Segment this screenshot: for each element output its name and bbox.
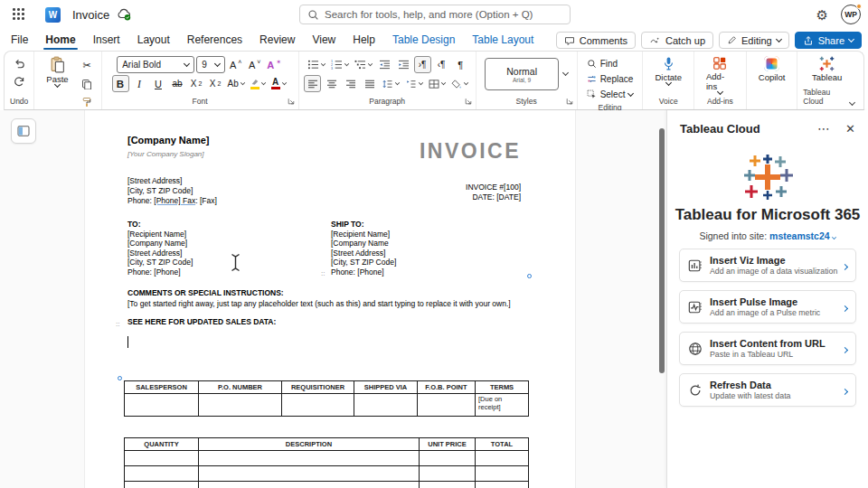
style-gallery-expand-icon[interactable]	[562, 70, 569, 76]
find-button[interactable]: Find	[587, 57, 618, 70]
sales-data-heading[interactable]: SEE HERE FOR UPDATED SALES DATA:	[127, 317, 276, 327]
table-cell[interactable]	[125, 394, 199, 417]
tab-view[interactable]: View	[312, 29, 335, 51]
superscript-button[interactable]: X2	[207, 75, 224, 92]
to-company[interactable]: [Company Name]	[127, 239, 187, 249]
replace-button[interactable]: Replace	[587, 72, 634, 86]
cloud-saved-icon[interactable]	[117, 8, 132, 21]
borders-button[interactable]	[427, 75, 448, 92]
format-painter-button[interactable]	[79, 93, 96, 110]
styles-dialog-launcher[interactable]	[566, 98, 573, 105]
ship-to-label[interactable]: SHIP TO:	[331, 220, 364, 230]
comments-button[interactable]: Comments	[556, 32, 636, 49]
bullet-list-button[interactable]	[306, 56, 327, 73]
insert-pulse-image-card[interactable]: Insert Pulse Image Add an image of a Pul…	[679, 290, 856, 324]
company-name-placeholder[interactable]: [Company Name]	[127, 136, 209, 145]
decrease-indent-button[interactable]	[376, 56, 393, 73]
multilevel-list-button[interactable]	[353, 56, 374, 73]
catch-up-button[interactable]: Catch up	[641, 32, 713, 49]
add-ins-button[interactable]: Add-ins	[700, 55, 741, 95]
city-state-zip[interactable]: [City, ST ZIP Code]	[127, 186, 193, 196]
table-cell[interactable]	[418, 394, 476, 417]
terms-cell[interactable]: [Due on receipt]	[476, 394, 529, 417]
shading-button[interactable]	[449, 75, 470, 92]
paragraph-spacing-button[interactable]	[403, 75, 425, 92]
table-cell[interactable]	[476, 451, 529, 466]
table-cell[interactable]	[199, 466, 420, 482]
settings-gear-icon[interactable]: ⚙	[816, 8, 828, 22]
ship-street[interactable]: [Street Address]	[331, 249, 385, 258]
word-logo-icon[interactable]: W	[45, 7, 61, 23]
align-left-button[interactable]	[304, 75, 321, 92]
tab-review[interactable]: Review	[259, 29, 295, 51]
table-cell[interactable]	[476, 466, 529, 482]
grow-font-button[interactable]: A˄	[227, 56, 244, 73]
phone-fax-line[interactable]: Phone: [Phone] Fax: [Fax]	[127, 196, 217, 206]
justify-button[interactable]	[361, 75, 378, 92]
company-slogan-placeholder[interactable]: [Your Company Slogan]	[127, 150, 204, 160]
to-label[interactable]: TO:	[127, 220, 140, 230]
table-cell[interactable]	[199, 394, 282, 417]
vertical-scrollbar[interactable]	[659, 128, 665, 373]
table-cell[interactable]	[199, 451, 420, 466]
text-effects-button[interactable]: A✶	[265, 56, 283, 73]
clear-formatting-button[interactable]: Ab	[226, 75, 247, 92]
tab-file[interactable]: File	[11, 29, 28, 51]
document-title[interactable]: Invoice	[72, 8, 109, 22]
more-options-icon[interactable]: ⋯	[817, 121, 831, 136]
street-address[interactable]: [Street Address]	[127, 176, 182, 186]
font-size-combobox[interactable]: 9	[196, 56, 225, 73]
bold-button[interactable]: B	[112, 75, 129, 92]
copilot-button[interactable]: Copilot	[752, 55, 792, 83]
table-cell[interactable]	[199, 482, 420, 488]
shrink-font-button[interactable]: A˅	[246, 56, 263, 73]
invoice-heading[interactable]: INVOICE	[420, 139, 521, 164]
app-launcher-icon[interactable]	[9, 5, 29, 24]
tab-layout[interactable]: Layout	[137, 29, 170, 51]
table-cell[interactable]	[125, 482, 199, 488]
numbered-list-button[interactable]: 123	[329, 56, 351, 73]
refresh-data-card[interactable]: Refresh Data Update with latest data	[679, 373, 856, 407]
to-street[interactable]: [Street Address]	[127, 249, 182, 258]
site-dropdown[interactable]: msteamstc24	[769, 230, 836, 241]
cut-button[interactable]: ✂	[79, 57, 96, 74]
italic-button[interactable]: I	[131, 75, 148, 92]
table-cell[interactable]	[420, 466, 476, 482]
table-cell[interactable]	[476, 482, 529, 488]
invoice-number[interactable]: INVOICE #[100]	[466, 183, 521, 192]
line-spacing-button[interactable]	[380, 75, 401, 92]
table-cell[interactable]	[420, 451, 476, 466]
document-page[interactable]: [Company Name] [Your Company Slogan] INV…	[84, 110, 576, 488]
show-formatting-marks-button[interactable]: ¶	[452, 56, 469, 73]
search-input[interactable]	[325, 9, 562, 20]
paragraph-dialog-launcher[interactable]	[465, 98, 472, 105]
left-to-right-button[interactable]: ›¶	[414, 56, 431, 73]
tab-references[interactable]: References	[187, 29, 242, 51]
comments-body[interactable]: [To get started right away, just tap any…	[127, 299, 511, 309]
search-bar[interactable]	[299, 5, 571, 24]
ship-city[interactable]: [City, ST ZIP Code]	[331, 258, 396, 267]
redo-button[interactable]	[11, 72, 28, 89]
style-gallery-normal[interactable]: Normal Arial, 9	[485, 58, 559, 90]
table-cell[interactable]	[125, 466, 199, 482]
comments-heading[interactable]: COMMENTS OR SPECIAL INSTRUCTIONS:	[127, 288, 284, 298]
table-cell[interactable]	[125, 451, 199, 466]
dictate-button[interactable]: Dictate	[648, 55, 688, 86]
table-cell[interactable]	[420, 482, 476, 488]
to-city[interactable]: [City, ST ZIP Code]	[127, 258, 193, 267]
account-avatar[interactable]: WP	[841, 5, 861, 24]
tab-insert[interactable]: Insert	[93, 29, 120, 51]
table-cell[interactable]	[282, 394, 354, 417]
tab-help[interactable]: Help	[353, 29, 375, 51]
paste-button[interactable]: Paste	[40, 55, 74, 110]
text-highlight-button[interactable]	[249, 75, 268, 92]
editing-mode-dropdown[interactable]: Editing	[719, 32, 789, 49]
right-to-left-button[interactable]: ‹¶	[433, 56, 450, 73]
font-color-button[interactable]: A	[269, 75, 288, 92]
to-phone[interactable]: Phone: [Phone]	[127, 267, 181, 277]
tab-table-layout[interactable]: Table Layout	[472, 29, 533, 51]
table-cell[interactable]	[354, 394, 418, 417]
copy-button[interactable]	[79, 75, 96, 92]
align-center-button[interactable]	[323, 75, 340, 92]
undo-button[interactable]	[11, 55, 28, 72]
